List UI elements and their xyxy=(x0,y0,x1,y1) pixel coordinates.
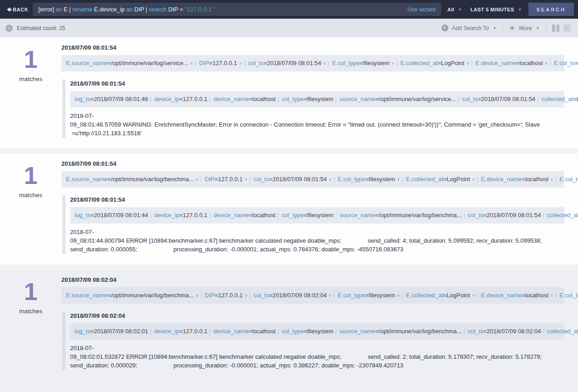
field-name: E.collected_at xyxy=(401,60,438,66)
log-message-line: 09_08:02:01.532872 ERROR [10894:benchmar… xyxy=(70,352,564,361)
detail-field-tag[interactable]: col_ts=2018/07/09 08:01:54 xyxy=(468,212,541,219)
query-segment: DIP = xyxy=(167,6,185,13)
field-tag[interactable]: E.device_name=localhost∨ xyxy=(481,292,553,299)
field-tag[interactable]: DIP=127.0.0.1∨ xyxy=(205,292,248,299)
field-tag[interactable]: E.collected_at=LogPoint∨ xyxy=(406,292,475,299)
field-name: E.collected_at xyxy=(406,176,443,183)
detail-field-tag[interactable]: collected_at=LogPoint xyxy=(547,328,578,335)
result-body: 2018/07/09 08:01:54 E.source_name=/opt/i… xyxy=(61,159,564,254)
field-tag[interactable]: DIP=127.0.0.1∨ xyxy=(199,60,242,66)
more-button[interactable]: ★ More ▼ xyxy=(509,25,540,31)
detail-field-tag[interactable]: device_ip=127.0.0.1 xyxy=(154,212,208,219)
field-tag[interactable]: E.col_ts=2018/07/09 08:01:54∨ xyxy=(559,176,578,183)
detail-field-tag[interactable]: device_name=localhost xyxy=(213,212,275,219)
query-segment: "127.0.0.1" xyxy=(185,6,213,13)
field-value: =127.0.0.1 xyxy=(214,176,243,183)
chevron-down-icon[interactable]: ∨ xyxy=(397,293,400,298)
field-name: col_ts xyxy=(462,96,478,102)
chevron-down-icon[interactable]: ∨ xyxy=(196,177,199,182)
chevron-down-icon[interactable]: ∨ xyxy=(550,293,553,298)
chevron-down-icon[interactable]: ∨ xyxy=(550,177,553,182)
detail-field-tag[interactable]: device_name=localhost xyxy=(213,96,275,102)
field-tag[interactable]: E.device_name=localhost∨ xyxy=(475,60,548,66)
chevron-down-icon[interactable]: ∨ xyxy=(329,293,332,298)
field-tag[interactable]: E.source_name=/opt/immune/var/log/benchm… xyxy=(66,176,198,183)
add-search-to-button[interactable]: + Add Search To ▼ xyxy=(441,25,497,31)
detail-field-tag[interactable]: device_name=localhost xyxy=(213,328,275,335)
tag-separator: | xyxy=(335,328,337,335)
time-range-selector[interactable]: LAST 5 MINUTES ▼ xyxy=(469,7,524,12)
field-tag[interactable]: E.col_type=filesystem∨ xyxy=(332,60,395,66)
detail-field-tag[interactable]: log_ts=2018/07/09 08:01:44 xyxy=(75,212,148,219)
chevron-down-icon[interactable]: ∨ xyxy=(466,61,469,66)
chevron-down-icon[interactable]: ∨ xyxy=(329,177,332,182)
field-tag[interactable]: E.collected_at=LogPoint∨ xyxy=(406,176,475,183)
tag-separator: | xyxy=(150,328,152,335)
field-tag[interactable]: DIP=127.0.0.1∨ xyxy=(205,176,248,183)
field-tag[interactable]: col_ts=2018/07/09 08:02:04∨ xyxy=(254,292,331,299)
field-value: =filesystem xyxy=(304,212,333,219)
chevron-down-icon: ▼ xyxy=(536,26,540,31)
field-value: =LogPoint xyxy=(443,292,470,299)
search-button[interactable]: SEARCH xyxy=(528,3,574,16)
field-tag[interactable]: E.collected_at=LogPoint∨ xyxy=(401,60,469,66)
field-value: =filesystem xyxy=(365,176,395,183)
detail-field-tag[interactable]: source_name=/opt/immune/var/log/benchma.… xyxy=(340,212,461,219)
chevron-down-icon[interactable]: ∨ xyxy=(545,61,548,66)
chevron-down-icon[interactable]: ∨ xyxy=(196,293,199,298)
chevron-down-icon[interactable]: ∨ xyxy=(244,177,248,182)
field-value: =filesystem xyxy=(365,292,395,299)
query-segment: search xyxy=(149,6,167,13)
detail-field-tag[interactable]: collected_at=LogPoint xyxy=(542,96,578,102)
toolbar-actions: + Add Search To ▼ ★ More ▼ xyxy=(441,24,571,32)
detail-field-tag[interactable]: device_ip=127.0.0.1 xyxy=(154,328,208,335)
detail-field-tag[interactable]: col_type=filesystem xyxy=(282,328,334,335)
more-label: More xyxy=(519,25,532,31)
chevron-down-icon[interactable]: ∨ xyxy=(472,177,475,182)
tag-separator: | xyxy=(463,212,465,219)
log-detail: 2018/07/09 08:01:54 log_ts=2018/07/09 08… xyxy=(61,195,564,254)
field-tag[interactable]: E.source_name=/opt/immune/var/log/servic… xyxy=(66,60,193,66)
detail-field-tag[interactable]: col_ts=2018/07/09 08:02:04 xyxy=(468,328,541,335)
field-tag[interactable]: E.col_ts=2018/07/09 08:01:54∨ xyxy=(554,60,578,66)
field-tag[interactable]: E.source_name=/opt/immune/var/log/benchm… xyxy=(66,292,198,299)
tag-separator: | xyxy=(249,292,251,299)
chevron-down-icon[interactable]: ∨ xyxy=(239,61,242,66)
detail-field-tag[interactable]: col_type=filesystem xyxy=(282,212,334,219)
back-button[interactable]: BACK xyxy=(5,7,28,12)
search-query-input[interactable]: [error] as E | rename E.device_ip as DIP… xyxy=(33,3,441,16)
repo-selector[interactable]: All ▼ xyxy=(446,7,464,12)
chevron-down-icon[interactable]: ∨ xyxy=(244,293,248,298)
field-value: =127.0.0.1 xyxy=(209,60,237,66)
field-tag[interactable]: col_ts=2018/07/09 08:01:54∨ xyxy=(248,60,326,66)
chevron-down-icon[interactable]: ∨ xyxy=(190,61,193,66)
field-tag[interactable]: E.col_type=filesystem∨ xyxy=(338,292,400,299)
detail-field-tag[interactable]: col_ts=2018/07/09 08:01:54 xyxy=(462,96,536,102)
grid-view-icon[interactable] xyxy=(563,25,571,32)
chevron-down-icon[interactable]: ∨ xyxy=(391,61,395,66)
detail-field-tag[interactable]: log_ts=2018/07/09 08:02:01 xyxy=(75,328,148,335)
column-view-icon[interactable] xyxy=(552,25,559,32)
field-tag[interactable]: E.col_ts=2018/07/09 08:02:04∨ xyxy=(559,292,578,299)
field-name: log_ts xyxy=(75,212,91,219)
chevron-down-icon[interactable]: ∨ xyxy=(472,293,475,298)
field-tag[interactable]: E.col_type=filesystem∨ xyxy=(338,176,400,183)
detail-field-tag[interactable]: log_ts=2018/07/09 08:01:46 xyxy=(75,96,148,102)
field-name: collected_at xyxy=(547,328,578,335)
use-wizard-link[interactable]: Use wizard xyxy=(402,6,436,13)
field-tag[interactable]: col_ts=2018/07/09 08:01:54∨ xyxy=(254,176,331,183)
field-tag[interactable]: E.device_name=localhost∨ xyxy=(481,176,553,183)
detail-field-tag[interactable]: source_name=/opt/immune/var/log/service.… xyxy=(340,96,456,102)
chevron-down-icon[interactable]: ∨ xyxy=(397,177,400,182)
detail-field-tag[interactable]: collected_at=LogPoint xyxy=(547,212,578,219)
result-card: 1 matches 2018/07/09 08:01:54 E.source_n… xyxy=(0,37,578,148)
detail-field-tag[interactable]: source_name=/opt/immune/var/log/benchma.… xyxy=(340,328,461,335)
log-message-line: send_duration: 0.000055; processing_dura… xyxy=(70,245,564,254)
match-count-panel: 1 matches xyxy=(0,275,61,381)
log-message-line: 2018-07- xyxy=(70,344,564,352)
estimated-count-label: Estimated count: 25 xyxy=(17,25,65,31)
detail-field-tag[interactable]: col_type=filesystem xyxy=(282,96,334,102)
chevron-down-icon[interactable]: ∨ xyxy=(323,61,326,66)
detail-field-tag[interactable]: device_ip=127.0.0.1 xyxy=(154,96,208,102)
results-toolbar: ✓ Estimated count: 25 + Add Search To ▼ … xyxy=(0,19,578,37)
